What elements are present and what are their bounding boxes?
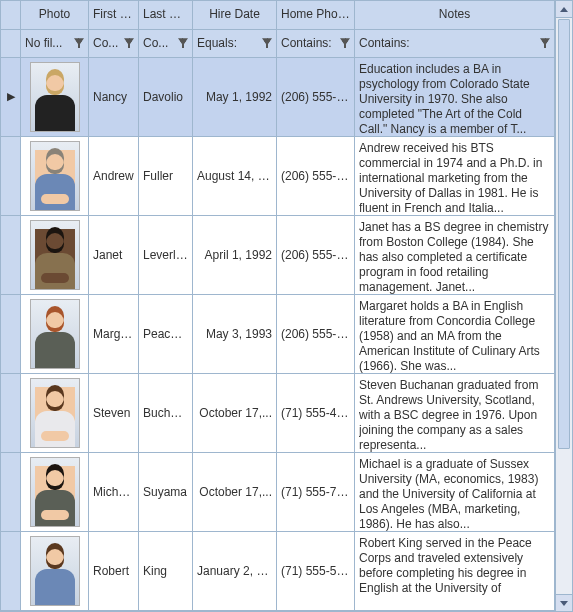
first-name-cell[interactable]: Nancy (89, 58, 139, 136)
hire-date-cell[interactable]: May 3, 1993 (193, 295, 277, 373)
home-phone-cell-text: (71) 555-7773 (281, 485, 350, 500)
hire-date-cell-text: April 1, 1992 (197, 248, 272, 263)
chevron-up-icon (560, 7, 568, 12)
scroll-down-button[interactable] (556, 594, 572, 611)
hire-date-cell[interactable]: January 2, 1... (193, 532, 277, 610)
photo-cell (21, 453, 89, 531)
first-name-cell[interactable]: Michael (89, 453, 139, 531)
employee-photo (30, 299, 80, 369)
row-indicator-cell[interactable] (1, 216, 21, 294)
last-name-cell[interactable]: Davolio (139, 58, 193, 136)
filter-row-indicator (1, 30, 21, 58)
notes-cell[interactable]: Margaret holds a BA in English literatur… (355, 295, 555, 373)
hire-date-cell[interactable]: April 1, 1992 (193, 216, 277, 294)
last-name-cell-text: Davolio (143, 90, 188, 105)
notes-cell-text: Robert King served in the Peace Corps an… (359, 536, 550, 596)
notes-cell-text: Steven Buchanan graduated from St. Andre… (359, 378, 550, 452)
filter-icon[interactable] (124, 38, 134, 48)
vertical-scrollbar[interactable] (555, 1, 572, 611)
notes-cell[interactable]: Education includes a BA in psychology fr… (355, 58, 555, 136)
rows-container: ▶NancyDavolioMay 1, 1992(206) 555-98...E… (1, 58, 555, 611)
first-name-cell-text: Janet (93, 248, 134, 263)
table-row[interactable]: AndrewFullerAugust 14, 1...(206) 555-94.… (1, 137, 555, 216)
filter-icon[interactable] (540, 38, 550, 48)
table-row[interactable]: ▶NancyDavolioMay 1, 1992(206) 555-98...E… (1, 58, 555, 137)
first-name-cell[interactable]: Margar... (89, 295, 139, 373)
hire-date-cell-text: October 17,... (197, 406, 272, 421)
row-indicator-header[interactable] (1, 1, 21, 29)
row-indicator-cell[interactable] (1, 295, 21, 373)
employee-photo (30, 220, 80, 290)
column-header-first-name[interactable]: First N... (89, 1, 139, 29)
notes-cell[interactable]: Janet has a BS degree in chemistry from … (355, 216, 555, 294)
filter-icon[interactable] (340, 38, 350, 48)
filter-cell-first-name[interactable]: Co... (89, 30, 139, 58)
home-phone-cell-text: (206) 555-94... (281, 169, 350, 184)
filter-label: Contains: (359, 36, 537, 51)
first-name-cell[interactable]: Janet (89, 216, 139, 294)
home-phone-cell-text: (71) 555-5598 (281, 564, 350, 579)
table-row[interactable]: StevenBuchan...October 17,...(71) 555-48… (1, 374, 555, 453)
first-name-cell[interactable]: Andrew (89, 137, 139, 215)
home-phone-cell[interactable]: (206) 555-34... (277, 216, 355, 294)
column-header-last-name[interactable]: Last Na... (139, 1, 193, 29)
row-indicator-cell[interactable]: ▶ (1, 58, 21, 136)
hire-date-cell[interactable]: May 1, 1992 (193, 58, 277, 136)
row-indicator-cell[interactable] (1, 137, 21, 215)
first-name-cell-text: Margar... (93, 327, 134, 342)
hire-date-cell-text: May 1, 1992 (197, 90, 272, 105)
notes-cell[interactable]: Robert King served in the Peace Corps an… (355, 532, 555, 610)
last-name-cell[interactable]: King (139, 532, 193, 610)
column-header-photo[interactable]: Photo (21, 1, 89, 29)
employee-photo (30, 62, 80, 132)
filter-row: No fil... Co... Co... Equals: Contains: … (1, 30, 555, 59)
home-phone-cell[interactable]: (71) 555-5598 (277, 532, 355, 610)
table-row[interactable]: MichaelSuyamaOctober 17,...(71) 555-7773… (1, 453, 555, 532)
notes-cell[interactable]: Andrew received his BTS commercial in 19… (355, 137, 555, 215)
notes-cell-text: Andrew received his BTS commercial in 19… (359, 141, 550, 215)
filter-cell-home-phone[interactable]: Contains: (277, 30, 355, 58)
hire-date-cell[interactable]: October 17,... (193, 453, 277, 531)
home-phone-cell[interactable]: (71) 555-4848 (277, 374, 355, 452)
last-name-cell[interactable]: Buchan... (139, 374, 193, 452)
filter-icon[interactable] (178, 38, 188, 48)
home-phone-cell[interactable]: (206) 555-81... (277, 295, 355, 373)
home-phone-cell[interactable]: (206) 555-94... (277, 137, 355, 215)
scroll-up-button[interactable] (556, 1, 572, 18)
last-name-cell[interactable]: Peacock (139, 295, 193, 373)
row-indicator-cell[interactable] (1, 453, 21, 531)
notes-cell[interactable]: Steven Buchanan graduated from St. Andre… (355, 374, 555, 452)
table-row[interactable]: Margar...PeacockMay 3, 1993(206) 555-81.… (1, 295, 555, 374)
last-name-cell-text: Buchan... (143, 406, 188, 421)
last-name-cell[interactable]: Leverling (139, 216, 193, 294)
hire-date-cell[interactable]: October 17,... (193, 374, 277, 452)
filter-icon[interactable] (262, 38, 272, 48)
filter-label: Co... (143, 36, 175, 51)
column-header-notes[interactable]: Notes (355, 1, 555, 29)
first-name-cell[interactable]: Steven (89, 374, 139, 452)
hire-date-cell[interactable]: August 14, 1... (193, 137, 277, 215)
filter-cell-notes[interactable]: Contains: (355, 30, 555, 58)
filter-cell-hire-date[interactable]: Equals: (193, 30, 277, 58)
row-indicator-cell[interactable] (1, 374, 21, 452)
home-phone-cell[interactable]: (71) 555-7773 (277, 453, 355, 531)
last-name-cell[interactable]: Suyama (139, 453, 193, 531)
filter-cell-photo[interactable]: No fil... (21, 30, 89, 58)
table-row[interactable]: RobertKingJanuary 2, 1...(71) 555-5598Ro… (1, 532, 555, 611)
last-name-cell-text: Leverling (143, 248, 188, 263)
first-name-cell-text: Nancy (93, 90, 134, 105)
table-row[interactable]: JanetLeverlingApril 1, 1992(206) 555-34.… (1, 216, 555, 295)
filter-cell-last-name[interactable]: Co... (139, 30, 193, 58)
column-header-home-phone[interactable]: Home Phone (277, 1, 355, 29)
last-name-cell[interactable]: Fuller (139, 137, 193, 215)
filter-icon[interactable] (74, 38, 84, 48)
home-phone-cell-text: (71) 555-4848 (281, 406, 350, 421)
column-header-hire-date[interactable]: Hire Date (193, 1, 277, 29)
home-phone-cell[interactable]: (206) 555-98... (277, 58, 355, 136)
first-name-cell[interactable]: Robert (89, 532, 139, 610)
notes-cell[interactable]: Michael is a graduate of Sussex Universi… (355, 453, 555, 531)
scrollbar-thumb[interactable] (558, 19, 570, 449)
employee-photo (30, 536, 80, 606)
row-indicator-cell[interactable] (1, 532, 21, 610)
data-grid: Photo First N... Last Na... Hire Date Ho… (0, 0, 573, 612)
